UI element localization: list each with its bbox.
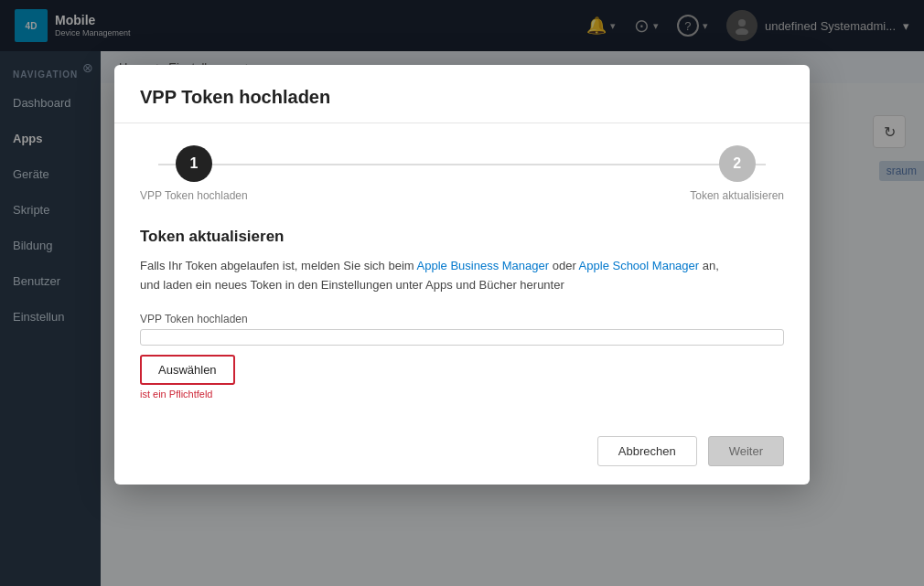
file-upload-box: [140, 329, 784, 346]
stepper: 1 VPP Token hochladen 2 Token aktualisie…: [140, 145, 784, 202]
desc-text2: oder: [549, 259, 579, 272]
step-1-number: 1: [189, 155, 198, 172]
desc-line2: und laden ein neues Token in den Einstel…: [140, 278, 564, 292]
step-1: 1 VPP Token hochladen: [140, 145, 248, 202]
apple-school-manager-link[interactable]: Apple School Manager: [579, 259, 700, 272]
modal-overlay: VPP Token hochladen 1 VPP Token hochlade…: [0, 0, 924, 586]
select-section: Auswählen ist ein Pflichtfeld: [140, 355, 784, 400]
cancel-button[interactable]: Abbrechen: [597, 436, 697, 466]
select-button[interactable]: Auswählen: [140, 355, 235, 385]
modal-footer: Abbrechen Weiter: [114, 421, 810, 485]
step-2-circle: 2: [719, 145, 756, 182]
modal-body: 1 VPP Token hochladen 2 Token aktualisie…: [114, 123, 810, 422]
step-1-circle: 1: [176, 145, 212, 182]
file-upload-label: VPP Token hochladen: [140, 313, 784, 325]
stepper-line: [158, 164, 766, 165]
modal-title: VPP Token hochladen: [140, 87, 784, 108]
desc-text1: Falls Ihr Token abgelaufen ist, melden S…: [140, 259, 417, 272]
modal-header: VPP Token hochladen: [114, 65, 810, 123]
vpp-token-modal: VPP Token hochladen 1 VPP Token hochlade…: [114, 65, 810, 485]
apple-business-manager-link[interactable]: Apple Business Manager: [417, 259, 550, 272]
step-2: 2 Token aktualisieren: [690, 145, 784, 202]
step-2-number: 2: [733, 155, 741, 172]
weiter-button[interactable]: Weiter: [708, 436, 784, 466]
step-2-label: Token aktualisieren: [690, 189, 784, 202]
desc-text3: an,: [699, 259, 719, 272]
section-description: Falls Ihr Token abgelaufen ist, melden S…: [140, 257, 784, 295]
section-title: Token aktualisieren: [140, 228, 784, 246]
required-message: ist ein Pflichtfeld: [140, 389, 784, 400]
step-1-label: VPP Token hochladen: [140, 189, 248, 202]
